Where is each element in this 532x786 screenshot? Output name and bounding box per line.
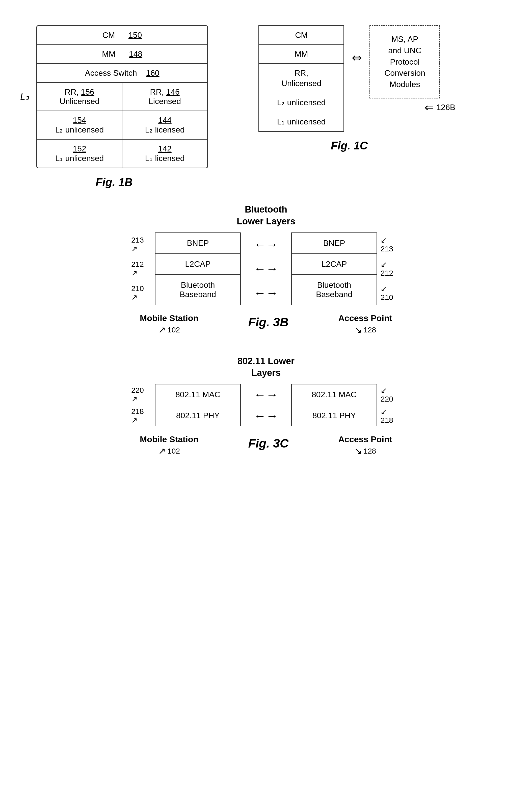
fig3c-left-phy: 802.11 PHY [155, 405, 241, 426]
fig3b-mobile-station-label: Mobile Station [140, 313, 199, 323]
fig3c-diagram: 220 ↗ 218 ↗ 802.11 MAC 802.11 PHY ←→ ←→ … [131, 384, 401, 426]
fig3c-right-labels: ↙ 220 ↙ 218 [380, 384, 401, 426]
fig3b-left-bnep: BNEP [155, 232, 241, 253]
fig1b-cell-rr-licensed: RR, 146 Licensed [122, 83, 207, 111]
fig3b-label-212-right: ↙ 212 [380, 257, 401, 281]
fig1b-row-rr: RR, 156 Unlicensed RR, 146 Licensed [37, 83, 207, 111]
fig3b-diagram: 213 ↗ 212 ↗ 210 ↗ BNEP L2CAP BluetoothBa… [131, 232, 401, 305]
page: L₃ CM 150 MM 148 [0, 0, 532, 786]
fig1c-caption: Fig. 1C [258, 139, 440, 152]
fig3b-right-bnep: BNEP [291, 232, 377, 253]
fig1b-section: L₃ CM 150 MM 148 [20, 25, 208, 188]
fig3c-arrow-1: ←→ [254, 384, 278, 405]
fig3b-label-213-left: 213 ↗ [131, 232, 152, 257]
fig3c-left-labels: 220 ↗ 218 ↗ [131, 384, 152, 426]
fig1b-l3-label: L₃ [20, 92, 29, 102]
fig3b-ref-128: ↘128 [354, 325, 376, 335]
fig1c-cm: CM [259, 26, 344, 45]
fig1b-cell-access-switch: Access Switch 160 [37, 64, 207, 82]
fig1c-126b-arrow: ⇐ [424, 101, 434, 114]
fig1b-cell-l1-licensed: 142 L₁ licensed [122, 140, 207, 168]
fig3c-title: 802.11 Lower Layers [237, 355, 295, 379]
fig1c-mm: MM [259, 45, 344, 64]
fig1c-l2-unlicensed: L₂ unlicensed [259, 93, 344, 112]
fig3b-arrows: ←→ ←→ ←→ [241, 232, 291, 305]
fig3b-right-stack: BNEP L2CAP BluetoothBaseband [291, 232, 377, 305]
fig1c-l1-unlicensed: L₁ unlicensed [259, 112, 344, 131]
fig1b-cm-text: CM 150 [102, 30, 142, 40]
fig1b-cell-mm: MM 148 [37, 45, 207, 63]
fig1b-access-switch-text: Access Switch 160 [85, 68, 159, 78]
fig1b-row-l1: 152 L₁ unlicensed 142 L₁ licensed [37, 140, 207, 168]
fig3b-access-point-label: Access Point [338, 313, 392, 323]
fig1c-126b-label: 126B [436, 103, 455, 112]
fig3c-access-point-label: Access Point [338, 434, 392, 444]
fig3c-left-stack: 802.11 MAC 802.11 PHY [155, 384, 241, 426]
fig3b-left-bluetooth-baseband: BluetoothBaseband [155, 274, 241, 305]
fig3c-right-station: Access Point ↘128 [338, 430, 392, 456]
fig3b-right-station: Access Point ↘128 [338, 309, 392, 335]
fig3b-caption: Fig. 3B [248, 309, 288, 335]
fig3b-right-bluetooth-baseband: BluetoothBaseband [291, 274, 377, 305]
fig3c-left-mac: 802.11 MAC [155, 384, 241, 405]
fig1c-right-area: MS, APand UNCProtocolConversionModules ⇐… [369, 25, 440, 114]
fig3c-arrow-2: ←→ [254, 405, 278, 426]
fig3b-left-station: Mobile Station ↗102 [140, 309, 199, 335]
fig3b-arrow-1: ←→ [254, 232, 278, 257]
fig1b-cell-l1-unlicensed: 152 L₁ unlicensed [37, 140, 122, 168]
fig1b-row-mm: MM 148 [37, 45, 207, 64]
fig1b-diagram: L₃ CM 150 MM 148 [20, 25, 208, 168]
fig-top-row: L₃ CM 150 MM 148 [20, 15, 512, 188]
fig1c-stack: CM MM RR,Unlicensed L₂ unlicensed L₁ unl… [258, 25, 344, 132]
fig3b-left-labels: 213 ↗ 212 ↗ 210 ↗ [131, 232, 152, 305]
fig1b-cell-l2-unlicensed: 154 L₂ unlicensed [37, 111, 122, 139]
fig1b-caption: Fig. 1B [20, 176, 208, 188]
fig3b-right-labels: ↙ 213 ↙ 212 ↙ 210 [380, 232, 401, 305]
fig3b-title: Bluetooth Lower Layers [237, 204, 295, 227]
fig3b-right-l2cap: L2CAP [291, 253, 377, 274]
fig3c-mobile-station-label: Mobile Station [140, 434, 199, 444]
fig1c-rr-unlicensed: RR,Unlicensed [259, 64, 344, 93]
fig1b-cell-rr-unlicensed: RR, 156 Unlicensed [37, 83, 122, 111]
fig3c-caption: Fig. 3C [248, 430, 288, 456]
fig1b-mm-text: MM 148 [102, 49, 142, 59]
fig1c-section: CM MM RR,Unlicensed L₂ unlicensed L₁ unl… [258, 25, 440, 152]
fig3c-station-labels: Mobile Station ↗102 Fig. 3C Access Point… [140, 430, 392, 456]
fig1c-arrow: ⇔ [352, 50, 362, 65]
fig3c-section: 802.11 Lower Layers 220 ↗ 218 ↗ 802.11 M… [20, 355, 512, 457]
fig3c-arrows: ←→ ←→ [241, 384, 291, 426]
fig3b-arrow-2: ←→ [254, 257, 278, 281]
fig3b-label-210-right: ↙ 210 [380, 281, 401, 305]
fig1b-row-l2: 154 L₂ unlicensed 144 L₂ licensed [37, 111, 207, 140]
fig3c-label-220-left: 220 ↗ [131, 384, 152, 405]
fig3b-label-213-right: ↙ 213 [380, 232, 401, 257]
fig3c-label-218-right: ↙ 218 [380, 405, 401, 426]
fig3b-ref-102: ↗102 [158, 325, 180, 335]
fig1b-row-access-switch: Access Switch 160 [37, 64, 207, 83]
fig3b-section: Bluetooth Lower Layers 213 ↗ 212 ↗ 210 ↗… [20, 204, 512, 335]
fig1b-cell-l2-licensed: 144 L₂ licensed [122, 111, 207, 139]
fig1c-right-box: MS, APand UNCProtocolConversionModules [369, 25, 440, 98]
fig3b-arrow-3: ←→ [254, 281, 278, 305]
fig3b-station-labels: Mobile Station ↗102 Fig. 3B Access Point… [140, 309, 392, 335]
fig3c-label-218-left: 218 ↗ [131, 405, 152, 426]
fig3c-right-phy: 802.11 PHY [291, 405, 377, 426]
fig1b-stack: CM 150 MM 148 Access Switch 160 [36, 25, 208, 168]
fig3c-ref-102: ↗102 [158, 446, 180, 456]
fig3c-left-station: Mobile Station ↗102 [140, 430, 199, 456]
fig3b-left-l2cap: L2CAP [155, 253, 241, 274]
fig1b-row-cm: CM 150 [37, 26, 207, 45]
fig3c-ref-128: ↘128 [354, 446, 376, 456]
fig1b-cell-cm: CM 150 [37, 26, 207, 44]
fig3b-left-stack: BNEP L2CAP BluetoothBaseband [155, 232, 241, 305]
fig3c-right-stack: 802.11 MAC 802.11 PHY [291, 384, 377, 426]
fig3b-label-212-left: 212 ↗ [131, 257, 152, 281]
fig1c-diagram: CM MM RR,Unlicensed L₂ unlicensed L₁ unl… [258, 25, 440, 132]
fig3c-right-mac: 802.11 MAC [291, 384, 377, 405]
fig3b-label-210-left: 210 ↗ [131, 281, 152, 305]
fig1c-126b-area: ⇐ 126B [424, 101, 455, 114]
fig3c-label-220-right: ↙ 220 [380, 384, 401, 405]
